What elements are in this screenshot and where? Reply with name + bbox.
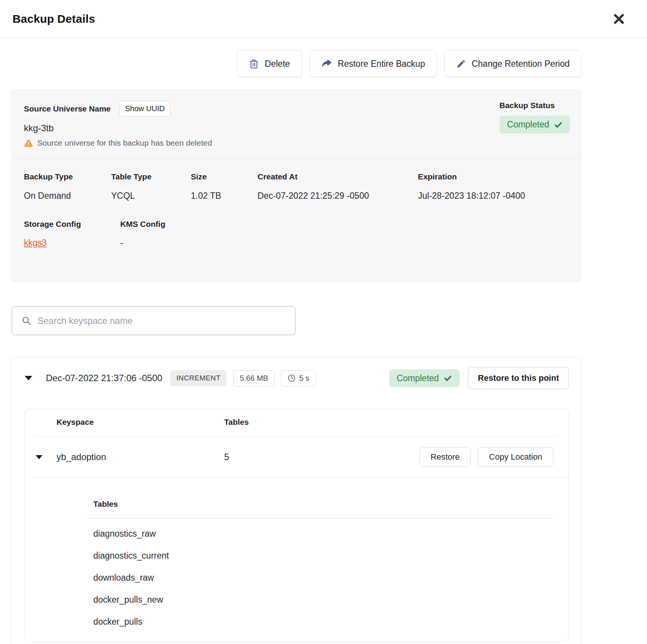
increment-status-text: Completed xyxy=(397,373,439,383)
storage-config-link[interactable]: kkgs3 xyxy=(24,238,47,248)
actions-row: Delete Restore Entire Backup Change Rete… xyxy=(0,50,647,77)
restore-keyspace-button[interactable]: Restore xyxy=(419,447,471,467)
restore-entire-backup-button[interactable]: Restore Entire Backup xyxy=(309,50,437,77)
restore-entire-backup-label: Restore Entire Backup xyxy=(338,59,425,69)
page-title: Backup Details xyxy=(13,13,95,25)
table-list-item: diagnostics_current xyxy=(93,545,568,567)
created-at-label: Created At xyxy=(258,172,418,181)
restore-to-this-point-button[interactable]: Restore to this point xyxy=(468,367,569,389)
source-universe-block: Source Universe Name Show UUID kkg-3tb S… xyxy=(24,101,212,148)
universe-warning-text: Source universe for this backup has been… xyxy=(37,138,212,148)
source-universe-label: Source Universe Name xyxy=(24,104,111,113)
keyspace-search-box xyxy=(11,306,296,335)
field-expiration: Expiration Jul-28-2023 18:12:07 -0400 xyxy=(418,172,569,201)
divider xyxy=(88,518,552,519)
field-size: Size 1.02 TB xyxy=(191,172,258,201)
pencil-icon xyxy=(456,59,466,69)
table-list-item: diagnostics_raw xyxy=(93,523,568,545)
field-backup-type: Backup Type On Demand xyxy=(24,172,111,201)
show-uuid-button[interactable]: Show UUID xyxy=(119,101,171,116)
created-at-value: Dec-07-2022 21:25:29 -0500 xyxy=(258,191,418,201)
kms-config-value: - xyxy=(120,238,569,248)
field-kms-config: KMS Config - xyxy=(120,220,569,248)
backup-status-block: Backup Status Completed xyxy=(499,101,570,148)
increment-duration-badge: 5 s xyxy=(281,370,316,386)
table-list-item: docker_pulls xyxy=(93,611,568,633)
field-created-at: Created At Dec-07-2022 21:25:29 -0500 xyxy=(258,172,418,201)
expiration-label: Expiration xyxy=(418,172,569,181)
size-label: Size xyxy=(191,172,258,181)
copy-location-button[interactable]: Copy Location xyxy=(478,447,553,467)
delete-button[interactable]: Delete xyxy=(237,50,302,77)
trash-icon xyxy=(249,59,259,69)
universe-name: kkg-3tb xyxy=(24,123,212,134)
keyspace-row[interactable]: yb_adoption 5 Restore Copy Location xyxy=(25,437,568,477)
tables-section-header: Tables xyxy=(93,499,568,509)
increment-size-badge: 5.66 MB xyxy=(233,370,274,386)
table-type-value: YCQL xyxy=(111,191,191,201)
increment-duration-text: 5 s xyxy=(299,374,309,383)
backup-summary-card: Source Universe Name Show UUID kkg-3tb S… xyxy=(11,89,581,282)
keyspace-name: yb_adoption xyxy=(57,452,224,462)
keyspace-column-header: Keyspace xyxy=(57,418,224,427)
change-retention-period-label: Change Retention Period xyxy=(472,59,570,69)
table-list-item: docker_pulls_new xyxy=(93,589,568,611)
increment-expand-toggle[interactable] xyxy=(25,376,40,380)
close-button[interactable] xyxy=(611,11,627,27)
chevron-down-icon xyxy=(25,376,32,380)
warning-icon xyxy=(24,138,33,148)
kms-config-label: KMS Config xyxy=(120,220,569,229)
chevron-down-icon xyxy=(36,455,42,459)
search-input[interactable] xyxy=(38,316,291,326)
delete-label: Delete xyxy=(265,59,290,69)
storage-config-label: Storage Config xyxy=(24,220,120,229)
keyspace-tables-count: 5 xyxy=(224,452,419,462)
search-icon xyxy=(21,316,31,326)
keyspace-table-header: Keyspace Tables xyxy=(25,418,568,437)
table-list-item: downloads_raw xyxy=(93,567,568,589)
expiration-value: Jul-28-2023 18:12:07 -0400 xyxy=(418,191,569,201)
keyspace-expand-toggle[interactable] xyxy=(36,455,51,459)
check-icon xyxy=(554,121,562,129)
backup-status-text: Completed xyxy=(507,119,549,130)
tables-column-header: Tables xyxy=(224,418,553,427)
backup-status-label: Backup Status xyxy=(499,101,570,110)
table-type-label: Table Type xyxy=(111,172,191,181)
backup-type-value: On Demand xyxy=(24,191,111,201)
divider xyxy=(33,477,568,478)
increment-type-badge: INCREMENT xyxy=(170,370,227,386)
tables-section: Tables diagnostics_raw diagnostics_curre… xyxy=(25,499,568,633)
close-icon xyxy=(613,13,625,25)
change-retention-period-button[interactable]: Change Retention Period xyxy=(444,50,581,77)
keyspace-table-card: Keyspace Tables yb_adoption 5 Restore Co… xyxy=(25,409,569,642)
check-icon xyxy=(444,374,452,382)
backup-status-badge: Completed xyxy=(499,116,570,134)
size-value: 1.02 TB xyxy=(191,191,258,201)
field-table-type: Table Type YCQL xyxy=(111,172,191,201)
field-storage-config: Storage Config kkgs3 xyxy=(24,220,120,248)
increment-status-badge: Completed xyxy=(389,369,460,387)
increment-timestamp: Dec-07-2022 21:37:06 -0500 xyxy=(46,373,162,383)
increment-card: Dec-07-2022 21:37:06 -0500 INCREMENT 5.6… xyxy=(11,357,581,644)
restore-arrow-icon xyxy=(321,58,332,69)
clock-icon xyxy=(287,374,296,382)
backup-type-label: Backup Type xyxy=(24,172,111,181)
panel-header: Backup Details xyxy=(0,0,647,38)
increment-header-row: Dec-07-2022 21:37:06 -0500 INCREMENT 5.6… xyxy=(25,366,569,391)
